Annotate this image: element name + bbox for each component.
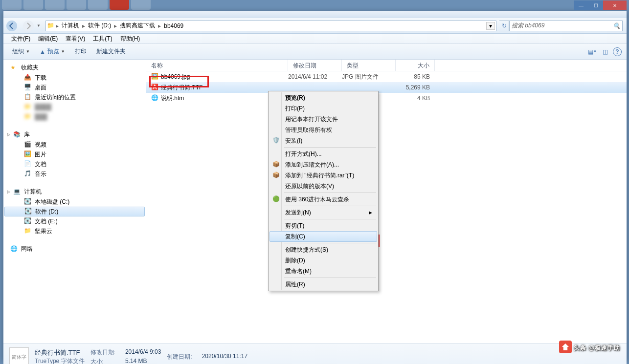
folder-icon: 📁	[24, 227, 32, 235]
titlebar[interactable]	[3, 11, 627, 18]
ctx-print[interactable]: 打印(P)	[270, 103, 377, 114]
ctx-rename[interactable]: 重命名(M)	[270, 266, 377, 277]
computer-icon: 💻	[13, 188, 21, 196]
sidebar-videos[interactable]: 🎬视频	[3, 140, 146, 150]
ctx-notepad[interactable]: 用记事本打开该文件	[270, 114, 377, 125]
file-row[interactable]: 🌐说明.htm 4 KB	[146, 93, 627, 104]
desktop-icon: 🖥️	[24, 84, 32, 91]
ctx-copy[interactable]: 复制(C)	[270, 231, 377, 242]
file-row[interactable]: 🖼️bb4069.jpg 2014/6/4 11:02JPG 图片文件85 KB	[146, 71, 627, 82]
sidebar-downloads[interactable]: 📥下载	[3, 73, 146, 83]
path-seg-1[interactable]: 软件 (D:)	[86, 21, 113, 31]
details-filename: 经典行书简.TTF	[35, 348, 85, 357]
print-button[interactable]: 打印	[70, 45, 91, 58]
col-size[interactable]: 大小	[396, 60, 435, 71]
file-thumbnail: 简体字	[9, 347, 29, 364]
ctx-shortcut[interactable]: 创建快捷方式(S)	[270, 244, 377, 255]
sidebar-computer[interactable]: ▷💻计算机	[3, 187, 146, 197]
sidebar-desktop[interactable]: 🖥️桌面	[3, 83, 146, 92]
ctx-install[interactable]: 🛡️安装(I)	[270, 135, 377, 146]
sidebar-blurred-1[interactable]: 📁████	[3, 102, 146, 112]
download-icon: 📥	[24, 74, 32, 82]
sidebar-favorites[interactable]: ★收藏夹	[3, 63, 146, 73]
menu-view[interactable]: 查看(V)	[62, 34, 89, 44]
preview-pane-button[interactable]: ◫	[600, 47, 610, 57]
menu-tools[interactable]: 工具(T)	[89, 34, 116, 44]
search-input[interactable]: 搜索 bb4069 🔍	[509, 21, 623, 31]
col-date[interactable]: 修改日期	[288, 60, 342, 71]
sidebar-music[interactable]: 🎵音乐	[3, 169, 146, 179]
path-seg-2[interactable]: 搜狗高速下载	[118, 21, 157, 31]
maximize-button[interactable]: ☐	[588, 0, 603, 10]
path-seg-0[interactable]: 计算机	[60, 21, 81, 31]
path-seg-3[interactable]: bb4069	[162, 21, 185, 31]
watermark: 头条 @极速手助	[559, 339, 620, 353]
ctx-addrar[interactable]: 📦添加到 "经典行书简.rar"(T)	[270, 170, 377, 181]
ctx-scan[interactable]: 🟢使用 360进行木马云查杀	[270, 194, 377, 205]
ctx-preview[interactable]: 预览(R)	[270, 92, 377, 103]
ctx-props[interactable]: 属性(R)	[270, 279, 377, 290]
sidebar-libraries[interactable]: ▷📚库	[3, 129, 146, 140]
recent-icon: 📋	[24, 93, 32, 101]
document-icon: 📄	[24, 160, 32, 168]
font-file-icon: 🅰️	[151, 84, 159, 91]
file-row-selected[interactable]: 🅰️经典行书简.TTF 5,269 KB	[146, 82, 627, 93]
sidebar-nutstore[interactable]: 📁坚果云	[3, 226, 146, 236]
sidebar-recent[interactable]: 📋最近访问的位置	[3, 92, 146, 102]
image-file-icon: 🖼️	[151, 73, 159, 81]
sidebar-blurred-2[interactable]: 📁███	[3, 112, 146, 122]
view-mode-button[interactable]: ▤ ▼	[587, 47, 597, 57]
winrar-icon: 📦	[272, 171, 280, 179]
360-icon: 🟢	[272, 195, 280, 203]
sidebar-drive-d[interactable]: 💽软件 (D:)	[4, 207, 145, 216]
sidebar-documents[interactable]: 📄文档	[3, 159, 146, 169]
html-file-icon: 🌐	[151, 94, 159, 102]
sidebar-network[interactable]: 🌐网络	[3, 244, 146, 254]
svg-point-0	[6, 21, 17, 31]
video-icon: 🎬	[24, 141, 32, 149]
menu-edit[interactable]: 编辑(E)	[34, 34, 62, 44]
minimize-button[interactable]: —	[574, 0, 588, 10]
file-list: 名称 修改日期 类型 大小 🖼️bb4069.jpg 2014/6/4 11:0…	[146, 60, 627, 343]
sidebar-drive-c[interactable]: 💽本地磁盘 (C:)	[3, 197, 146, 207]
help-button[interactable]: ?	[613, 47, 622, 56]
sidebar-drive-e[interactable]: 💽文档 (E:)	[3, 216, 146, 226]
organize-button[interactable]: 组织▼	[7, 45, 35, 58]
search-placeholder: 搜索 bb4069	[512, 21, 544, 30]
ctx-openwith[interactable]: 打开方式(H)...	[270, 149, 377, 159]
menu-bar: 文件(F) 编辑(E) 查看(V) 工具(T) 帮助(H)	[3, 34, 627, 44]
svg-point-1	[23, 21, 34, 31]
star-icon: ★	[10, 64, 18, 72]
col-type[interactable]: 类型	[342, 60, 396, 71]
context-menu: 预览(R) 打印(P) 用记事本打开该文件 管理员取得所有权 🛡️安装(I) 打…	[268, 91, 379, 291]
picture-icon: 🖼️	[24, 150, 32, 158]
folder-icon: 📁	[47, 22, 55, 30]
network-icon: 🌐	[10, 245, 18, 253]
toutiao-icon	[559, 341, 572, 353]
forward-button[interactable]	[21, 19, 36, 33]
newfolder-button[interactable]: 新建文件夹	[91, 45, 131, 58]
menu-file[interactable]: 文件(F)	[7, 34, 34, 44]
refresh-button[interactable]: ↻	[499, 21, 509, 31]
history-dropdown-icon[interactable]: ▼	[37, 23, 41, 28]
path-dropdown-icon[interactable]: ▾	[486, 22, 495, 30]
search-icon: 🔍	[613, 22, 620, 29]
column-header[interactable]: 名称 修改日期 类型 大小	[146, 60, 627, 71]
address-bar[interactable]: 📁 ▸ 计算机▸ 软件 (D:)▸ 搜狗高速下载▸ bb4069 ▾	[45, 21, 496, 31]
shield-icon: 🛡️	[272, 137, 280, 145]
col-name[interactable]: 名称	[146, 60, 288, 71]
ctx-cut[interactable]: 剪切(T)	[270, 220, 377, 231]
ctx-delete[interactable]: 删除(D)	[270, 255, 377, 266]
ctx-sendto[interactable]: 发送到(N)▶	[270, 207, 377, 218]
ctx-admin[interactable]: 管理员取得所有权	[270, 125, 377, 135]
sidebar-pictures[interactable]: 🖼️图片	[3, 150, 146, 159]
ctx-addzip[interactable]: 📦添加到压缩文件(A)...	[270, 159, 377, 170]
preview-button[interactable]: ▲预览▼	[35, 45, 70, 58]
music-icon: 🎵	[24, 170, 32, 178]
sidebar: ★收藏夹 📥下载 🖥️桌面 📋最近访问的位置 📁████ 📁███ ▷📚库 🎬视…	[3, 60, 146, 343]
ctx-restore[interactable]: 还原以前的版本(V)	[270, 181, 377, 192]
menu-help[interactable]: 帮助(H)	[116, 34, 144, 44]
close-button[interactable]: ✕	[603, 0, 627, 10]
library-icon: 📚	[13, 131, 21, 139]
back-button[interactable]	[4, 19, 19, 33]
